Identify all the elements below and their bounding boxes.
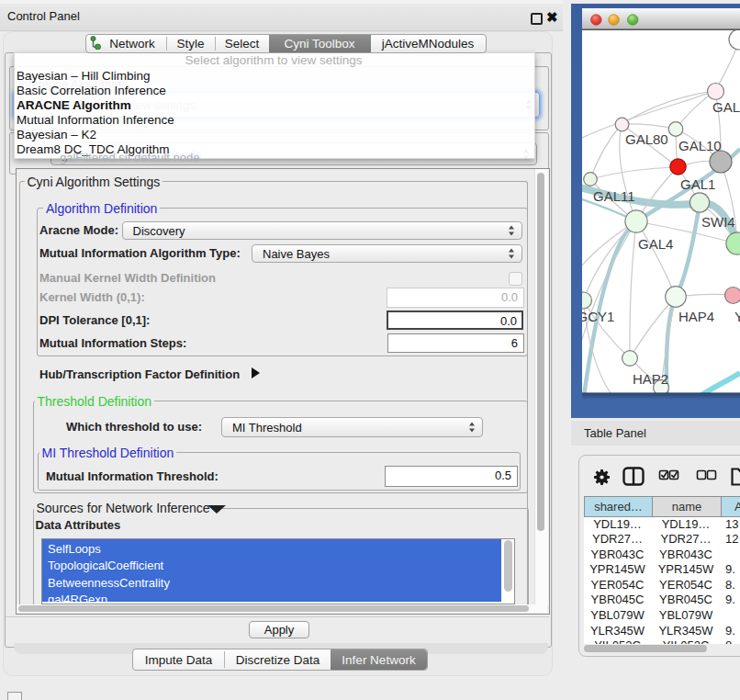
svg-text:SWI4: SWI4 <box>701 214 735 230</box>
svg-text:HAP2: HAP2 <box>633 371 668 387</box>
svg-text:GAL10: GAL10 <box>678 138 722 153</box>
svg-text:GCY1: GCY1 <box>582 309 614 324</box>
svg-text:Y: Y <box>734 309 740 324</box>
svg-text:HAP4: HAP4 <box>678 309 714 324</box>
svg-text:GAL4: GAL4 <box>638 236 673 252</box>
svg-text:GAL1: GAL1 <box>680 176 715 192</box>
svg-text:GAL11: GAL11 <box>593 188 635 204</box>
svg-text:GAL: GAL <box>712 99 740 115</box>
svg-text:GAL80: GAL80 <box>625 131 668 147</box>
